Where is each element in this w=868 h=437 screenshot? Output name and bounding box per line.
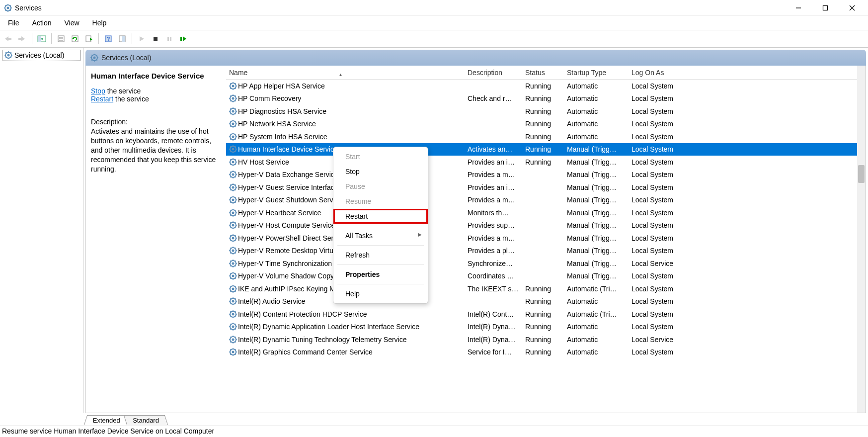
service-row[interactable]: Hyper-V Data Exchange ServiceProvides a …	[226, 169, 866, 181]
service-row[interactable]: Intel(R) Dynamic Application Loader Host…	[226, 321, 866, 334]
gear-icon	[229, 196, 237, 204]
service-logon: Local System	[629, 234, 698, 242]
restart-link[interactable]: Restart	[91, 95, 113, 103]
service-desc: Synchronize…	[465, 260, 522, 267]
service-startup: Automatic	[564, 348, 629, 356]
stop-link[interactable]: Stop	[91, 87, 105, 95]
svg-marker-38	[183, 36, 186, 41]
ctx-properties[interactable]: Properties	[333, 267, 428, 282]
ctx-help[interactable]: Help	[333, 286, 428, 301]
service-desc: Provides sup…	[465, 221, 522, 229]
back-button[interactable]	[2, 32, 15, 45]
show-hide-tree-button[interactable]	[35, 32, 48, 45]
tree-root-item[interactable]: Services (Local)	[2, 50, 81, 61]
service-row[interactable]: Intel(R) Content Protection HDCP Service…	[226, 308, 866, 321]
col-startup[interactable]: Startup Type	[564, 69, 629, 77]
service-row[interactable]: HP Diagnostics HSA ServiceRunningAutomat…	[226, 105, 866, 118]
ctx-stop[interactable]: Stop	[333, 164, 428, 179]
sort-asc-icon: ▴	[339, 72, 342, 77]
ctx-restart[interactable]: Restart	[333, 209, 428, 224]
service-desc: Provides a pl…	[465, 247, 522, 255]
service-desc: Coordinates …	[465, 272, 522, 280]
svg-rect-19	[38, 36, 41, 42]
properties-button[interactable]	[55, 32, 68, 45]
svg-rect-32	[122, 36, 125, 42]
service-row[interactable]: IKE and AuthIP IPsec Keying ModulesThe I…	[226, 282, 866, 295]
gear-icon	[90, 54, 98, 62]
service-row[interactable]: Human Interface Device ServiceActivates …	[226, 143, 866, 156]
service-row[interactable]: Hyper-V Remote Desktop Virtualization Se…	[226, 245, 866, 258]
menu-file[interactable]: File	[3, 18, 24, 28]
svg-text:?: ?	[107, 36, 110, 42]
service-row[interactable]: Hyper-V Guest Service InterfaceProvides …	[226, 181, 866, 194]
ctx-refresh[interactable]: Refresh	[333, 248, 428, 262]
col-description[interactable]: Description	[465, 69, 522, 77]
service-row[interactable]: HP Comm RecoveryCheck and r…RunningAutom…	[226, 92, 866, 105]
service-status: Running	[522, 310, 564, 318]
stop-service-line: Stop the service	[91, 87, 221, 95]
show-hide-action-pane-button[interactable]	[116, 32, 129, 45]
service-row[interactable]: Intel(R) Dynamic Tuning Technology Telem…	[226, 333, 866, 346]
service-row[interactable]: HV Host ServiceProvides an i…RunningManu…	[226, 156, 866, 169]
service-row[interactable]: HP System Info HSA ServiceRunningAutomat…	[226, 130, 866, 143]
service-desc: Monitors th…	[465, 209, 522, 217]
service-desc: Provides a m…	[465, 234, 522, 242]
menu-view[interactable]: View	[59, 18, 84, 28]
gear-icon	[229, 297, 237, 305]
service-row[interactable]: Hyper-V Guest Shutdown ServiceProvides a…	[226, 194, 866, 207]
gear-icon	[229, 234, 237, 242]
forward-button[interactable]	[16, 32, 29, 45]
menu-action[interactable]: Action	[27, 18, 57, 28]
service-startup: Manual (Trigg…	[564, 171, 629, 178]
service-row[interactable]: Hyper-V Heartbeat ServiceMonitors th…Man…	[226, 206, 866, 219]
service-row[interactable]: Hyper-V Time Synchronization ServiceSync…	[226, 257, 866, 270]
help-button[interactable]: ?	[102, 32, 115, 45]
col-logon[interactable]: Log On As	[629, 69, 698, 77]
col-status[interactable]: Status	[522, 69, 564, 77]
gear-icon	[229, 107, 237, 115]
col-name[interactable]: Name▴	[226, 69, 465, 77]
menu-help[interactable]: Help	[87, 18, 112, 28]
service-name: HV Host Service	[238, 158, 289, 166]
pause-service-button[interactable]	[163, 32, 176, 45]
service-startup: Automatic	[564, 323, 629, 331]
gear-icon	[229, 247, 237, 255]
service-name: HP App Helper HSA Service	[238, 82, 325, 90]
service-name: Intel(R) Audio Service	[238, 297, 305, 305]
start-service-button[interactable]	[135, 32, 148, 45]
service-row[interactable]: Intel(R) Audio ServiceRunningAutomaticLo…	[226, 295, 866, 308]
ctx-all-tasks[interactable]: All Tasks▶	[333, 228, 428, 243]
service-name: Hyper-V PowerShell Direct Service	[238, 234, 346, 242]
svg-marker-14	[5, 36, 8, 41]
service-row[interactable]: Hyper-V Volume Shadow Copy RequestorCoor…	[226, 270, 866, 283]
service-row[interactable]: HP App Helper HSA ServiceRunningAutomati…	[226, 80, 866, 92]
service-desc: Intel(R) Dyna…	[465, 323, 522, 331]
export-button[interactable]	[82, 32, 95, 45]
service-startup: Automatic (Tri…	[564, 285, 629, 293]
service-desc: Provides an i…	[465, 183, 522, 191]
service-row[interactable]: HP Network HSA ServiceRunningAutomaticLo…	[226, 118, 866, 131]
tab-extended[interactable]: Extended	[84, 415, 129, 425]
gear-icon	[229, 120, 237, 128]
service-row[interactable]: Intel(R) Graphics Command Center Service…	[226, 346, 866, 359]
restart-service-button[interactable]	[177, 32, 190, 45]
stop-service-button[interactable]	[149, 32, 162, 45]
close-button[interactable]	[843, 1, 861, 15]
service-status: Running	[522, 285, 564, 293]
maximize-button[interactable]	[816, 1, 834, 15]
service-row[interactable]: Hyper-V Host Compute ServiceProvides sup…	[226, 219, 866, 232]
svg-marker-16	[21, 36, 25, 41]
service-name: HP System Info HSA Service	[238, 133, 327, 141]
minimize-button[interactable]	[789, 1, 807, 15]
svg-rect-11	[823, 5, 828, 10]
service-startup: Manual (Trigg…	[564, 145, 629, 153]
service-startup: Automatic	[564, 120, 629, 128]
scrollbar-thumb[interactable]	[858, 165, 865, 183]
tab-standard[interactable]: Standard	[124, 415, 168, 425]
service-name: HP Network HSA Service	[238, 120, 316, 128]
service-row[interactable]: Hyper-V PowerShell Direct ServiceProvide…	[226, 232, 866, 245]
vertical-scrollbar[interactable]	[857, 66, 866, 413]
service-desc: Intel(R) Cont…	[465, 310, 522, 318]
refresh-button[interactable]	[69, 32, 81, 45]
service-status: Running	[522, 158, 564, 166]
